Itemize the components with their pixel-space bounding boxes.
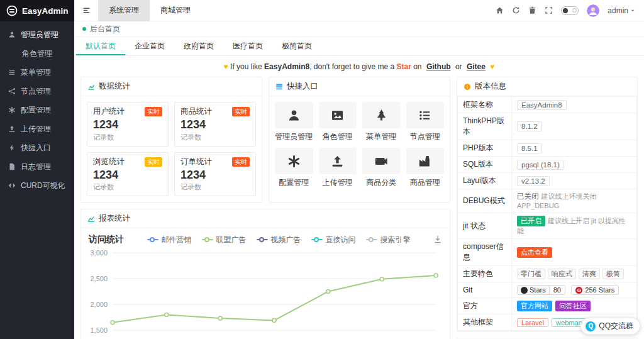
version-row-git: Git Stars 80 G256 Stars — [458, 282, 637, 298]
quick-item-config[interactable]: 配置管理 — [275, 148, 313, 188]
legend-label: 视频广告 — [271, 235, 301, 245]
feature-chip: 极简 — [602, 269, 624, 279]
sidebar-item-label: CURD可视化 — [21, 181, 65, 191]
quick-label: 角色管理 — [319, 131, 357, 142]
avatar[interactable] — [587, 4, 599, 17]
home-icon[interactable] — [496, 6, 504, 14]
opened-tab-home[interactable]: 后台首页 — [90, 24, 120, 35]
tab-enterprise-home[interactable]: 企业首页 — [125, 37, 174, 55]
menu-tree-icon — [375, 109, 388, 122]
github-link[interactable]: Github — [426, 62, 451, 71]
sidebar-item-quick-entry[interactable]: 快捷入口 — [0, 138, 74, 157]
theme-toggle[interactable] — [561, 6, 579, 15]
logo[interactable]: EasyAdmin — [0, 0, 74, 21]
quick-item-menu[interactable]: 菜单管理 — [362, 102, 401, 142]
quick-item-upload[interactable]: 上传管理 — [319, 148, 357, 188]
legend-marker-icon — [147, 237, 158, 242]
tab-medical-home[interactable]: 医疗首页 — [223, 37, 272, 55]
tab-government-home[interactable]: 政府首页 — [174, 37, 223, 55]
fullscreen-icon[interactable] — [545, 6, 553, 14]
sidebar-item-config-manage[interactable]: 配置管理 — [0, 101, 74, 119]
sidebar-item-role-manage[interactable]: 角色管理 — [0, 44, 74, 63]
github-stars-badge[interactable]: Stars 80 — [517, 285, 565, 295]
composer-view-button[interactable]: 点击查看 — [517, 247, 552, 258]
visit-chart[interactable]: 3,0002,5002,0001,5001,000 — [81, 247, 450, 339]
refresh-icon[interactable] — [512, 6, 520, 14]
gitee-link[interactable]: Gitee — [467, 62, 486, 71]
dark-mode-dot — [563, 8, 568, 13]
quick-label: 上传管理 — [319, 177, 357, 188]
upload-icon — [331, 155, 344, 168]
official-site-button[interactable]: 官方网站 — [517, 301, 552, 311]
sidebar-item-menu-manage[interactable]: 菜单管理 — [0, 63, 74, 82]
sidebar-item-curd-visual[interactable]: CURD可视化 — [0, 176, 74, 195]
stat-value: 1234 — [93, 169, 162, 182]
right-column: 版本信息 框架名称 EasyAdmin8 ThinkPHP版本 8.1. — [457, 77, 638, 339]
topbar-tab-mall[interactable]: 商城管理 — [150, 0, 201, 21]
legend-item-video[interactable]: 视频广告 — [257, 235, 301, 245]
row-label: jit 状态 — [458, 213, 512, 239]
stat-card-views[interactable]: 浏览统计 实时 1234 记录数 — [87, 152, 169, 197]
visit-chart-svg: 3,0002,5002,0001,5001,000 — [84, 249, 448, 339]
stats-panel-header: 数据统计 — [81, 77, 262, 96]
sidebar-item-label: 快捷入口 — [21, 143, 51, 153]
quick-item-node[interactable]: 节点管理 — [406, 102, 445, 142]
category-movie-icon — [375, 155, 388, 168]
qa-community-button[interactable]: 问答社区 — [555, 301, 591, 311]
role-image-icon — [331, 109, 344, 122]
stat-card-goods[interactable]: 商品统计 实时 1234 记录数 — [174, 102, 256, 147]
gitee-icon: G — [575, 287, 582, 294]
light-mode-dot — [572, 8, 577, 13]
easyadmin-logo-icon — [6, 5, 18, 16]
laravel-chip[interactable]: Laravel — [517, 318, 548, 327]
gitee-stars-badge[interactable]: G256 Stars — [571, 285, 619, 295]
qq-group-button[interactable]: Q QQ交流群 — [580, 318, 640, 335]
quick-label: 配置管理 — [275, 177, 313, 188]
clear-cache-icon[interactable] — [528, 6, 536, 14]
row-value: 8.5.1 — [517, 143, 542, 153]
sidebar-item-label: 配置管理 — [21, 105, 51, 116]
quick-item-admin[interactable]: 管理员管理 — [275, 102, 313, 142]
realtime-badge: 实时 — [145, 107, 162, 116]
stat-card-users[interactable]: 用户统计 实时 1234 记录数 — [87, 102, 169, 147]
tab-minimal-home[interactable]: 极简首页 — [272, 37, 321, 55]
row-label: SQL版本 — [458, 157, 512, 173]
stat-sub: 记录数 — [93, 182, 162, 192]
legend-item-direct[interactable]: 直接访问 — [311, 235, 356, 245]
stat-card-orders[interactable]: 订单统计 实时 1234 记录数 — [174, 152, 256, 197]
star-notice: ♥ If you like EasyAdmin8, don't forget t… — [80, 60, 638, 77]
topbar-actions: admin — [496, 4, 644, 17]
sidebar-item-upload-manage[interactable]: 上传管理 — [0, 119, 74, 138]
version-table: 框架名称 EasyAdmin8 ThinkPHP版本 8.1.2 PHP版本 8… — [457, 96, 637, 331]
sidebar-item-node-manage[interactable]: 节点管理 — [0, 82, 74, 101]
legend-item-email[interactable]: 邮件营销 — [147, 235, 192, 245]
share-nodes-icon — [8, 87, 16, 95]
legend-item-search[interactable]: 搜索引擎 — [366, 235, 411, 245]
sidebar-item-log-manage[interactable]: 日志管理 — [0, 157, 74, 176]
sidebar-item-admin-manage[interactable]: 管理员管理 — [0, 25, 74, 44]
legend-label: 搜索引擎 — [380, 235, 411, 245]
topbar-tab-system[interactable]: 系统管理 — [98, 0, 150, 21]
main-area: 系统管理 商城管理 admin — [74, 0, 644, 339]
quick-item-goods[interactable]: 商品管理 — [406, 148, 445, 188]
topbar: 系统管理 商城管理 admin — [74, 0, 644, 21]
quick-entry-panel: 快捷入口 管理员管理 角色管 — [269, 77, 450, 203]
quick-item-category[interactable]: 商品分类 — [362, 148, 401, 188]
quick-label: 管理员管理 — [275, 131, 313, 142]
quick-item-role[interactable]: 角色管理 — [319, 102, 357, 142]
row-label: 官方 — [458, 298, 512, 314]
collapse-menu-icon[interactable] — [74, 0, 98, 21]
version-row-composer: composer信息 点击查看 — [458, 239, 637, 266]
legend-marker-icon — [257, 237, 268, 242]
goods-factory-icon — [418, 155, 431, 168]
svg-text:2,000: 2,000 — [90, 301, 108, 308]
user-menu[interactable]: admin — [608, 6, 635, 15]
legend-item-alliance[interactable]: 联盟广告 — [202, 235, 247, 245]
download-icon[interactable] — [433, 235, 442, 244]
tab-default-home[interactable]: 默认首页 — [76, 37, 125, 55]
realtime-badge: 实时 — [145, 157, 162, 167]
topbar-tab-label: 商城管理 — [160, 5, 191, 16]
quick-label: 节点管理 — [406, 131, 445, 142]
version-panel: 版本信息 框架名称 EasyAdmin8 ThinkPHP版本 8.1. — [457, 77, 638, 331]
row-label: Git — [458, 282, 512, 298]
